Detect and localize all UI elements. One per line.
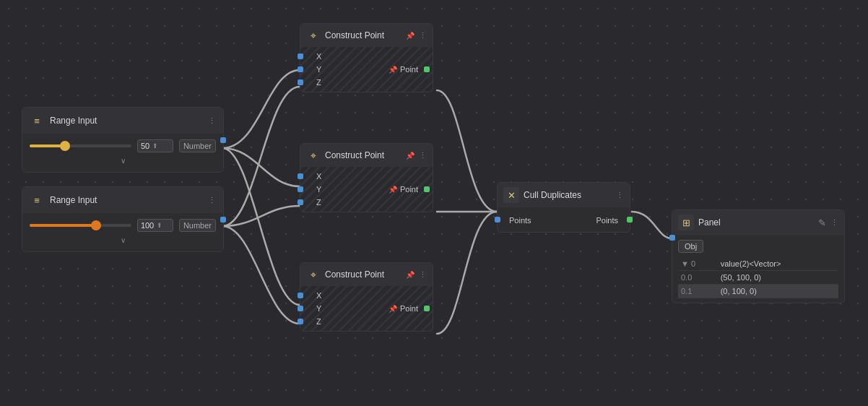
panel-node: ⊞ Panel ✎ ⋮ Obj ▼ 0 value(2)<Vector> 0.0… xyxy=(672,210,845,303)
construct-point-node-1: ⌖ Construct Point 📌 ⋮ X Y Z 📌 Point xyxy=(300,23,433,92)
cp-header-3: ⌖ Construct Point 📌 ⋮ xyxy=(300,263,433,286)
panel-row-0: ▼ 0 value(2)<Vector> xyxy=(678,257,838,271)
panel-index-2: 0.1 xyxy=(678,285,718,298)
range-input-more-2[interactable]: ⋮ xyxy=(208,196,216,205)
cull-header: ✕ Cull Duplicates ⋮ xyxy=(498,183,630,207)
cp-socket-input-x-1[interactable] xyxy=(298,53,303,59)
slider-thumb-2[interactable] xyxy=(91,220,101,230)
cp-icon-2: ⌖ xyxy=(306,148,321,163)
cull-title: Cull Duplicates xyxy=(524,190,612,200)
panel-more[interactable]: ⋮ xyxy=(830,218,838,228)
cp-output-area-3: 📌 Point xyxy=(383,286,433,331)
cull-input-side: Points xyxy=(498,213,537,226)
cull-more[interactable]: ⋮ xyxy=(616,191,624,200)
panel-value-2: (0, 100, 0) xyxy=(718,285,838,298)
cp-body-3: X Y Z 📌 Point xyxy=(300,286,433,331)
cp-body-1: X Y Z 📌 Point xyxy=(300,47,433,92)
slider-row-2: 100 ⬆ Number xyxy=(30,219,216,232)
slider-fill-2 xyxy=(30,224,96,227)
type-label-2: Number xyxy=(179,219,216,232)
panel-icon: ⊞ xyxy=(678,215,694,230)
cp-socket-y-2: Y xyxy=(300,183,383,196)
cp-inputs-2: X Y Z xyxy=(300,167,383,212)
cp-socket-y-3: Y xyxy=(300,302,383,315)
range-output-connector-2 xyxy=(220,217,226,223)
cp-socket-input-y-1[interactable] xyxy=(298,66,303,72)
cp-socket-input-x-3[interactable] xyxy=(298,293,303,298)
cull-output-connector[interactable] xyxy=(627,217,633,223)
panel-obj-tag: Obj xyxy=(678,240,703,253)
cull-icon: ✕ xyxy=(503,187,519,203)
range-input-node-2: ≡ Range Input ⋮ 100 ⬆ Number ∨ xyxy=(22,186,224,252)
panel-header: ⊞ Panel ✎ ⋮ xyxy=(672,210,844,235)
slider-thumb-1[interactable] xyxy=(60,141,70,151)
cp-socket-input-y-3[interactable] xyxy=(298,306,303,311)
cp-socket-input-z-3[interactable] xyxy=(298,319,303,324)
panel-edit[interactable]: ✎ xyxy=(818,217,826,228)
cp-socket-z-1: Z xyxy=(300,76,383,89)
slider-track-1[interactable] xyxy=(30,144,131,147)
cp-icon-3: ⌖ xyxy=(306,267,321,282)
cp-socket-y-1: Y xyxy=(300,63,383,76)
cp-output-connector-1[interactable] xyxy=(424,66,430,72)
range-input-icon-1: ≡ xyxy=(30,113,44,128)
cp-socket-x-1: X xyxy=(300,50,383,63)
cp-output-connector-2[interactable] xyxy=(424,186,430,192)
cp-header-2: ⌖ Construct Point 📌 ⋮ xyxy=(300,144,433,167)
collapse-1[interactable]: ∨ xyxy=(30,155,216,166)
cp-socket-input-y-2[interactable] xyxy=(298,186,303,192)
cp-header-1: ⌖ Construct Point 📌 ⋮ xyxy=(300,24,433,47)
cp-pin-3[interactable]: 📌 xyxy=(406,271,415,279)
cull-output-label: Points xyxy=(596,216,618,225)
panel-row-2: 0.1 (0, 100, 0) xyxy=(678,285,838,298)
cp-pin-1[interactable]: 📌 xyxy=(406,32,415,40)
cp-output-connector-3[interactable] xyxy=(424,306,430,311)
cp-pin-2[interactable]: 📌 xyxy=(406,152,415,160)
slider-row-1: 50 ⬆ Number xyxy=(30,139,216,152)
range-output-connector-1 xyxy=(220,137,226,143)
cp-title-1: Construct Point xyxy=(325,30,402,40)
cp-socket-x-3: X xyxy=(300,289,383,302)
cp-socket-input-z-2[interactable] xyxy=(298,199,303,205)
cp-socket-input-z-1[interactable] xyxy=(298,79,303,85)
cp-inputs-3: X Y Z xyxy=(300,286,383,331)
cp-socket-x-2: X xyxy=(300,170,383,183)
cull-output-side: Points xyxy=(590,213,630,226)
cp-icon-1: ⌖ xyxy=(306,28,321,43)
panel-index-1: 0.0 xyxy=(678,271,718,285)
cp-title-3: Construct Point xyxy=(325,269,402,280)
cp-socket-input-x-2[interactable] xyxy=(298,173,303,179)
cull-duplicates-node: ✕ Cull Duplicates ⋮ Points Points xyxy=(497,182,630,233)
cull-input-connector[interactable] xyxy=(495,217,500,223)
number-input-2[interactable]: 100 ⬆ xyxy=(137,219,173,232)
cp-more-3[interactable]: ⋮ xyxy=(419,270,427,280)
cp-output-area-2: 📌 Point xyxy=(383,167,433,212)
range-input-body-2: 100 ⬆ Number ∨ xyxy=(22,213,223,251)
construct-point-node-2: ⌖ Construct Point 📌 ⋮ X Y Z 📌 Point xyxy=(300,143,433,212)
cp-more-1[interactable]: ⋮ xyxy=(419,31,427,40)
panel-title: Panel xyxy=(698,217,814,228)
range-input-icon-2: ≡ xyxy=(30,193,44,207)
cp-inputs-1: X Y Z xyxy=(300,47,383,92)
panel-index-0: ▼ 0 xyxy=(678,257,718,271)
panel-value-0: value(2)<Vector> xyxy=(718,257,838,271)
type-label-1: Number xyxy=(179,139,216,152)
range-input-header-2: ≡ Range Input ⋮ xyxy=(22,187,223,213)
range-input-node-1: ≡ Range Input ⋮ 50 ⬆ Number ∨ xyxy=(22,107,224,173)
collapse-2[interactable]: ∨ xyxy=(30,235,216,246)
construct-point-node-3: ⌖ Construct Point 📌 ⋮ X Y Z 📌 Point xyxy=(300,262,433,332)
cp-body-2: X Y Z 📌 Point xyxy=(300,167,433,212)
number-input-1[interactable]: 50 ⬆ xyxy=(137,139,173,152)
cp-socket-z-2: Z xyxy=(300,196,383,209)
slider-track-2[interactable] xyxy=(30,224,131,227)
panel-row-1: 0.0 (50, 100, 0) xyxy=(678,271,838,285)
panel-body: Obj ▼ 0 value(2)<Vector> 0.0 (50, 100, 0… xyxy=(672,235,844,303)
panel-value-1: (50, 100, 0) xyxy=(718,271,838,285)
range-input-more-1[interactable]: ⋮ xyxy=(208,116,216,126)
cp-socket-z-3: Z xyxy=(300,315,383,328)
cull-body: Points Points xyxy=(498,207,630,232)
panel-input-connector[interactable] xyxy=(669,235,675,241)
range-input-header-1: ≡ Range Input ⋮ xyxy=(22,108,223,134)
cp-more-2[interactable]: ⋮ xyxy=(419,151,427,160)
range-input-title-1: Range Input xyxy=(50,116,202,126)
